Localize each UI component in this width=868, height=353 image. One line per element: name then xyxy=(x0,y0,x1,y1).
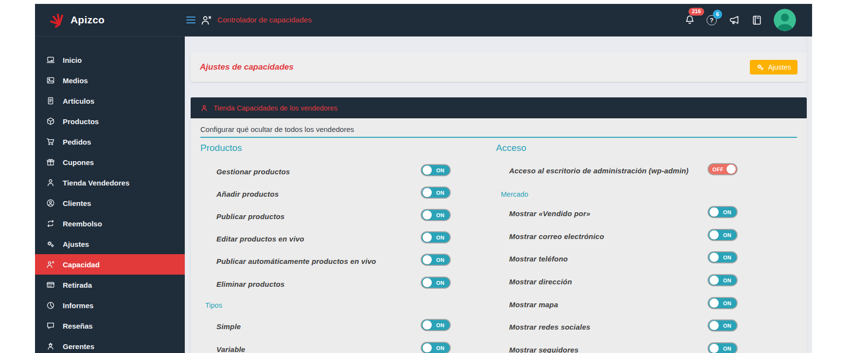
toggle-direccion[interactable]: ON xyxy=(708,274,738,286)
main-content: Ajustes de capacidades Ajustes xyxy=(185,37,812,353)
toggle-knob xyxy=(709,230,719,240)
page-title: Controlador de capacidades xyxy=(217,16,312,24)
section-header: Tienda Capacidades de los vendedores xyxy=(191,97,807,118)
toggle-variable[interactable]: ON xyxy=(421,342,451,353)
sidebar-item-medios[interactable]: Medios xyxy=(35,70,185,91)
app-window: Apizco Controlador de capacidades 216 xyxy=(35,4,812,353)
toggle-vendido-por[interactable]: ON xyxy=(708,206,738,218)
toggle-knob xyxy=(709,344,719,353)
toggle-knob xyxy=(423,255,432,264)
sidebar-item-resenas[interactable]: Reseñas xyxy=(35,316,185,336)
sidebar-item-productos[interactable]: Productos xyxy=(35,111,185,131)
pie-chart-icon xyxy=(46,301,55,310)
capability-row: Mostrar teléfono ON xyxy=(496,251,797,266)
sidebar-item-reembolso[interactable]: Reembolso xyxy=(35,213,185,234)
toggle-wp-admin[interactable]: OFF xyxy=(708,163,738,175)
capability-row: Mostrar seguidores ON xyxy=(496,342,797,353)
toggle-publicar-automaticamente[interactable]: ON xyxy=(421,254,451,266)
capability-row: Editar productos en vivo ON xyxy=(200,231,492,246)
sidebar: Inicio Medios Artículos xyxy=(35,37,185,353)
toggle-knob xyxy=(709,276,719,285)
toggle-knob xyxy=(423,210,432,220)
sidebar-item-gerentes[interactable]: Gerentes xyxy=(35,336,185,353)
repeat-icon xyxy=(46,219,55,228)
toggle-telefono[interactable]: ON xyxy=(708,251,738,263)
scrollbar-track[interactable] xyxy=(807,37,812,353)
topbar-actions: 216 ? 6 xyxy=(673,9,812,31)
toggle-eliminar-productos[interactable]: ON xyxy=(421,277,451,289)
credit-card-icon xyxy=(46,280,55,289)
toggle-knob xyxy=(423,343,432,353)
chat-bubble-icon xyxy=(46,321,55,330)
capability-row: Eliminar productos ON xyxy=(200,277,492,291)
toggle-knob xyxy=(709,253,719,262)
settings-button-label: Ajustes xyxy=(768,63,791,71)
capability-row: Mostrar mapa ON xyxy=(496,297,797,312)
toggle-redes-sociales[interactable]: ON xyxy=(708,319,738,332)
spark-logo-icon xyxy=(50,12,64,28)
capability-row: Mostrar redes sociales ON xyxy=(496,319,797,334)
toggle-mapa[interactable]: ON xyxy=(708,297,738,309)
megaphone-icon[interactable] xyxy=(728,14,740,26)
toggle-anadir-productos[interactable]: ON xyxy=(421,186,451,199)
brand: Apizco xyxy=(35,12,185,28)
sidebar-item-retirada[interactable]: Retirada xyxy=(35,275,185,295)
sidebar-item-cupones[interactable]: Cupones xyxy=(35,152,185,172)
toggle-simple[interactable]: ON xyxy=(421,319,451,331)
toggle-knob xyxy=(709,298,719,308)
sidebar-item-ajustes[interactable]: Ajustes xyxy=(35,234,185,254)
sidebar-item-articulos[interactable]: Artículos xyxy=(35,91,185,111)
bell-icon[interactable]: 216 xyxy=(684,15,695,26)
document-icon xyxy=(46,96,55,105)
person-x-icon xyxy=(46,260,55,269)
book-icon[interactable] xyxy=(751,15,762,26)
brand-name: Apizco xyxy=(71,14,105,26)
toggle-publicar-productos[interactable]: ON xyxy=(421,209,451,221)
column-productos: Productos Gestionar productos ON Añadir … xyxy=(200,118,492,353)
person-icon xyxy=(46,178,55,187)
laptop-icon xyxy=(46,56,55,64)
toggle-gestionar-productos[interactable]: ON xyxy=(421,164,451,176)
sidebar-item-clientes[interactable]: Clientes xyxy=(35,193,185,213)
capability-row: Mostrar «Vendido por» ON xyxy=(496,206,797,221)
help-count-badge: 6 xyxy=(713,10,722,19)
question-circle-icon[interactable]: ? 6 xyxy=(707,15,717,25)
hamburger-icon[interactable] xyxy=(186,17,195,23)
person-x-icon xyxy=(201,15,212,25)
gears-icon xyxy=(46,240,55,248)
column-subheading: Tipos xyxy=(205,301,222,309)
capabilities-panel: Configurar qué ocultar de todos los vend… xyxy=(191,118,807,353)
toggle-correo-electronico[interactable]: ON xyxy=(708,229,738,241)
sidebar-item-tienda-vendedores[interactable]: Tienda Vendedores xyxy=(35,172,185,193)
toggle-knob xyxy=(709,207,719,217)
notification-count-badge: 216 xyxy=(689,8,704,16)
toggle-editar-productos-en-vivo[interactable]: ON xyxy=(421,231,451,243)
toggle-knob xyxy=(709,321,719,330)
capability-row: Mostrar correo electrónico ON xyxy=(496,229,797,243)
toggle-knob xyxy=(726,165,736,174)
toggle-knob xyxy=(423,320,432,330)
page-header-card: Ajustes de capacidades Ajustes xyxy=(191,52,807,82)
manager-icon xyxy=(46,342,55,351)
cart-icon xyxy=(46,137,55,146)
settings-button[interactable]: Ajustes xyxy=(750,60,797,74)
capability-row: Variable ON xyxy=(200,342,492,353)
toggle-seguidores[interactable]: ON xyxy=(708,342,738,353)
person-icon xyxy=(200,104,208,112)
column-heading: Acceso xyxy=(496,143,526,153)
sidebar-item-capacidad[interactable]: Capacidad xyxy=(35,254,185,275)
toggle-knob xyxy=(423,166,432,175)
image-icon xyxy=(46,76,55,85)
column-acceso: Acceso Acceso al escritorio de administr… xyxy=(496,118,797,353)
capability-row: Añadir productos ON xyxy=(200,186,492,201)
sidebar-item-inicio[interactable]: Inicio xyxy=(35,50,185,70)
person-circle-icon xyxy=(46,199,55,207)
user-avatar[interactable] xyxy=(774,9,796,31)
toggle-knob xyxy=(423,233,432,242)
toggle-knob xyxy=(423,278,432,287)
capability-row: Simple ON xyxy=(200,319,492,334)
sidebar-item-informes[interactable]: Informes xyxy=(35,295,185,316)
cube-icon xyxy=(46,117,55,126)
capability-row: Publicar automáticamente productos en vi… xyxy=(200,254,492,268)
sidebar-item-pedidos[interactable]: Pedidos xyxy=(35,131,185,152)
